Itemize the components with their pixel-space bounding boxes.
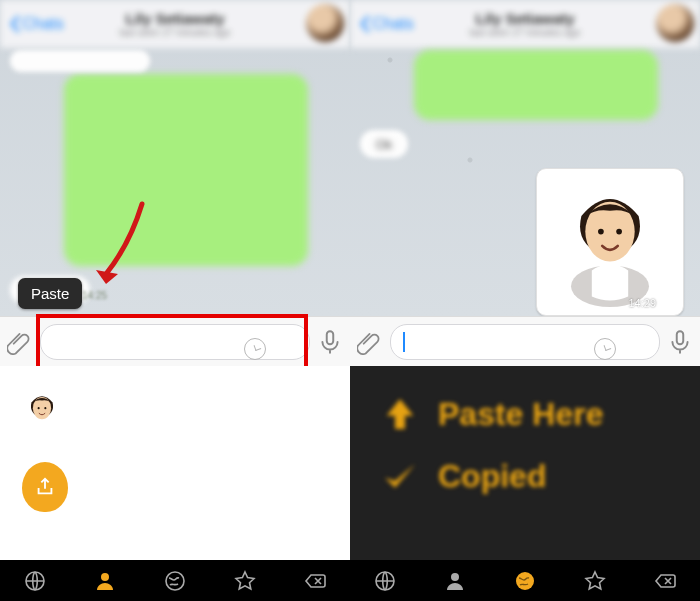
tab-person-active[interactable] (70, 560, 140, 601)
message-input[interactable] (40, 324, 310, 360)
person-sticker (545, 177, 675, 307)
attachment-button[interactable] (7, 329, 33, 355)
globe-icon (373, 569, 397, 593)
back-label: Chats (372, 15, 414, 33)
back-to-chats[interactable]: Chats (350, 15, 414, 33)
message-bubble-incoming (10, 50, 150, 72)
right-top-nav: Chats Lily Setiawaty last seen 27 minute… (350, 0, 700, 48)
keyboard-tabbar (0, 560, 700, 601)
left-chat-panel: Chats Lily Setiawaty last seen 27 minute… (0, 0, 350, 316)
backspace-icon (303, 569, 327, 593)
back-to-chats[interactable]: Chats (0, 15, 64, 33)
person-icon (93, 569, 117, 593)
context-menu-paste[interactable]: Paste (18, 278, 82, 309)
contact-name: Lily Setiawaty (119, 10, 230, 27)
tab-backspace[interactable] (280, 560, 350, 601)
chevron-left-icon (8, 15, 22, 33)
tab-globe[interactable] (350, 560, 420, 601)
message-input-row (0, 316, 700, 367)
svg-rect-5 (677, 331, 684, 344)
svg-point-10 (101, 573, 109, 581)
share-icon (34, 476, 56, 498)
message-timestamp: 14:25 (82, 290, 107, 301)
tab-earth[interactable] (140, 560, 210, 601)
timer-icon[interactable] (244, 338, 266, 360)
tab-globe[interactable] (0, 560, 70, 601)
earth-icon (163, 569, 187, 593)
check-icon (380, 456, 420, 496)
paste-label: Paste (31, 285, 69, 302)
tab-star[interactable] (210, 560, 280, 601)
microphone-button[interactable] (667, 329, 693, 355)
right-sticker-keyboard: Paste Here Copied (350, 366, 700, 560)
message-bubble-incoming: Ok (360, 130, 408, 158)
delivered-check-icon (659, 298, 673, 308)
sticker-thumbnail[interactable] (18, 388, 66, 436)
attachment-button[interactable] (357, 329, 383, 355)
avatar[interactable] (306, 4, 344, 42)
text-caret (403, 332, 405, 352)
contact-status: last seen 27 minutes ago (119, 27, 230, 38)
svg-point-7 (38, 407, 40, 409)
attachment-icon (7, 329, 33, 355)
svg-rect-4 (327, 331, 334, 344)
microphone-icon (667, 329, 693, 355)
tab-earth-active[interactable] (490, 560, 560, 601)
svg-point-11 (166, 572, 184, 590)
arrow-up-icon (380, 394, 420, 434)
right-chat-panel: Chats Lily Setiawaty last seen 27 minute… (350, 0, 700, 316)
microphone-icon (317, 329, 343, 355)
left-top-nav: Chats Lily Setiawaty last seen 27 minute… (0, 0, 350, 48)
globe-icon (23, 569, 47, 593)
earth-icon (513, 569, 537, 593)
tab-person[interactable] (420, 560, 490, 601)
avatar[interactable] (656, 4, 694, 42)
contact-name: Lily Setiawaty (469, 10, 580, 27)
svg-point-3 (616, 229, 622, 235)
chevron-left-icon (358, 15, 372, 33)
message-input-focused[interactable] (390, 324, 660, 360)
reply-text: Ok (376, 137, 393, 152)
svg-point-2 (598, 229, 604, 235)
message-bubble-outgoing (414, 50, 658, 120)
copied-hint: Copied (380, 456, 546, 496)
sticker-message[interactable]: 14:29 (536, 168, 684, 316)
paste-here-hint: Paste Here (380, 394, 603, 434)
timer-icon[interactable] (594, 338, 616, 360)
svg-point-13 (451, 573, 459, 581)
red-pointer-arrow (92, 200, 152, 286)
sticker-timestamp: 14:29 (628, 297, 673, 309)
microphone-button[interactable] (317, 329, 343, 355)
backspace-icon (653, 569, 677, 593)
person-sticker (18, 388, 66, 436)
tab-backspace[interactable] (630, 560, 700, 601)
person-icon (443, 569, 467, 593)
share-button[interactable] (22, 462, 68, 512)
contact-status: last seen 27 minutes ago (469, 27, 580, 38)
attachment-icon (357, 329, 383, 355)
svg-point-8 (44, 407, 46, 409)
tab-star[interactable] (560, 560, 630, 601)
back-label: Chats (22, 15, 64, 33)
star-icon (233, 569, 257, 593)
svg-point-14 (516, 572, 534, 590)
star-icon (583, 569, 607, 593)
